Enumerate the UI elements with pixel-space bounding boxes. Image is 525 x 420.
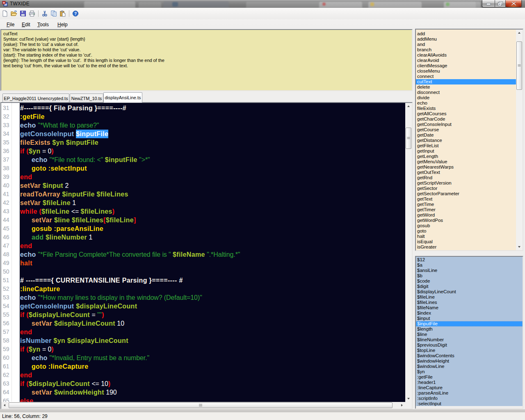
commands-list[interactable]: addaddMenuandbranchclearAllAvoidsclearAv… <box>416 30 516 250</box>
list-item[interactable]: add <box>416 31 516 37</box>
list-item[interactable]: getInput <box>416 148 516 154</box>
code-line-48[interactable]: echo "*File Parsing Complete*The convert… <box>20 250 405 259</box>
doc-panel[interactable]: cutTextSyntax: cutText {value} var {star… <box>0 29 413 91</box>
list-item[interactable]: getWord <box>416 212 516 218</box>
menu-edit[interactable]: Edit <box>20 21 32 28</box>
restore-button[interactable] <box>495 0 506 7</box>
scroll-up-button[interactable] <box>405 103 412 110</box>
list-item[interactable]: getWordPos <box>416 218 516 223</box>
list-item[interactable]: $fileLines <box>416 300 523 305</box>
menu-help[interactable]: Help <box>56 21 69 28</box>
list-item[interactable]: isEqual <box>416 239 516 244</box>
code-line-54[interactable]: getConsoleInput $displayLineCount <box>20 302 405 310</box>
menu-tools[interactable]: Tools <box>36 21 50 28</box>
code-line-39[interactable]: end <box>20 173 405 181</box>
scroll-down-button[interactable] <box>405 395 412 402</box>
list-item[interactable]: getAllCourses <box>416 111 516 116</box>
code-line-64[interactable]: setVar $windowHeight 190 <box>20 388 405 397</box>
list-item[interactable]: getSector <box>416 186 516 191</box>
list-item[interactable]: getText <box>416 196 516 202</box>
list-item[interactable]: :lineCapture <box>416 385 523 390</box>
code-line-32[interactable]: :getFile <box>20 112 405 121</box>
open-file-button[interactable] <box>9 9 18 18</box>
editor-vertical-scrollbar[interactable] <box>405 103 412 402</box>
code-line-62[interactable]: end <box>20 371 405 379</box>
list-item[interactable]: getOutText <box>416 170 516 175</box>
editor-horizontal-scrollbar[interactable] <box>1 402 405 409</box>
save-file-button[interactable] <box>18 9 27 18</box>
code-line-46[interactable]: add $lineNumber 1 <box>20 233 405 242</box>
code-line-61[interactable]: goto :lineCapture <box>20 362 405 371</box>
list-item[interactable]: divide <box>416 95 516 100</box>
list-item[interactable]: :scriptInfo <box>416 396 523 401</box>
list-item[interactable]: $code <box>416 278 523 284</box>
list-item[interactable]: and <box>416 42 516 47</box>
list-item[interactable]: closeMenu <box>416 68 516 74</box>
code-line-57[interactable]: end <box>20 328 405 336</box>
list-item[interactable]: :header1 <box>416 380 523 385</box>
list-item[interactable]: $fileLine <box>416 294 523 300</box>
code-line-41[interactable]: readToArray $inputFile $fileLines <box>20 190 405 199</box>
code-line-56[interactable]: setVar $displayLineCount 10 <box>20 319 405 328</box>
list-item[interactable]: connect <box>416 74 516 79</box>
code-line-59[interactable]: if ($yn = 0) <box>20 345 405 354</box>
code-line-37[interactable]: echo "*File not found: <" $inputFile ">*… <box>20 155 405 164</box>
list-item[interactable]: gosub <box>416 223 516 228</box>
list-item[interactable]: $windowHeight <box>416 358 523 364</box>
list-item[interactable]: $digit <box>416 284 523 289</box>
code-line-52[interactable]: :lineCapture <box>20 285 405 293</box>
list-item[interactable]: getDistance <box>416 138 516 143</box>
code-line-42[interactable]: setVar $fileLine 1 <box>20 199 405 207</box>
code-line-36[interactable]: if ($yn = 0) <box>20 147 405 155</box>
cut-button[interactable] <box>40 9 49 18</box>
list-item[interactable]: getFileList <box>416 143 516 148</box>
code-line-38[interactable]: goto :selectInput <box>20 164 405 173</box>
list-item[interactable]: fileExists <box>416 106 516 111</box>
list-item[interactable]: clearAllAvoids <box>416 52 516 58</box>
list-item[interactable]: getDate <box>416 132 516 138</box>
list-item[interactable]: getSectorParameter <box>416 191 516 196</box>
code-line-49[interactable]: halt <box>20 259 405 267</box>
code-line-63[interactable]: if ($displayLineCount <= 10) <box>20 379 405 388</box>
selected-token[interactable]: $inputFile <box>76 130 108 137</box>
list-item[interactable]: disconnect <box>416 90 516 95</box>
list-item[interactable]: $b <box>416 273 523 278</box>
code-editor[interactable]: #----===={ File Parsing }====----#:getFi… <box>20 103 405 402</box>
list-item[interactable]: branch <box>416 47 516 52</box>
code-line-33[interactable]: echo "*What file to parse?" <box>20 121 405 130</box>
list-item[interactable]: $ansiLine <box>416 268 523 273</box>
code-line-45[interactable]: gosub :parseAnsiLine <box>20 224 405 233</box>
list-item[interactable]: getScriptVersion <box>416 180 516 186</box>
minimize-button[interactable] <box>482 0 495 7</box>
list-item[interactable]: goto <box>416 228 516 234</box>
code-line-34[interactable]: getConsoleInput $inputFile <box>20 130 405 138</box>
list-item[interactable]: $previousDigit <box>416 342 523 348</box>
list-item[interactable]: $windowContents <box>416 353 523 358</box>
variables-list[interactable]: $12$a$ansiLine$b$code$digit$displayLineC… <box>416 257 523 408</box>
list-item[interactable]: $12 <box>416 257 523 262</box>
list-item[interactable]: $inputFile <box>416 321 523 326</box>
list-item[interactable]: $windowLine <box>416 364 523 369</box>
tab-displayansiline-ts[interactable]: displayAnsiLine.ts <box>103 92 142 103</box>
list-item[interactable]: delete <box>416 84 516 90</box>
code-line-50[interactable] <box>20 267 405 276</box>
list-item[interactable]: getRnd <box>416 175 516 180</box>
new-file-button[interactable] <box>0 9 9 18</box>
scroll-right-button[interactable] <box>399 402 405 409</box>
code-line-44[interactable]: setVar $line $fileLines[$fileLine] <box>20 216 405 224</box>
commands-scrollbar[interactable] <box>516 30 523 250</box>
horizontal-scroll-thumb[interactable] <box>9 402 393 408</box>
list-item[interactable]: getConsoleInput <box>416 122 516 127</box>
code-line-47[interactable]: end <box>20 242 405 250</box>
code-line-65[interactable]: else <box>20 397 405 402</box>
help-button[interactable]: ? <box>71 9 80 18</box>
list-item[interactable]: getCourse <box>416 127 516 132</box>
list-item[interactable]: halt <box>416 234 516 239</box>
code-line-35[interactable]: fileExists $yn $inputFile <box>20 138 405 147</box>
list-item[interactable]: clientMessage <box>416 63 516 68</box>
code-line-53[interactable]: echo "*How many lines to display in the … <box>20 293 405 302</box>
list-item[interactable]: :getFile <box>416 374 523 380</box>
list-item[interactable]: cutText <box>416 79 516 84</box>
list-item[interactable]: clearAvoid <box>416 58 516 63</box>
scroll-up-button[interactable] <box>516 30 523 36</box>
